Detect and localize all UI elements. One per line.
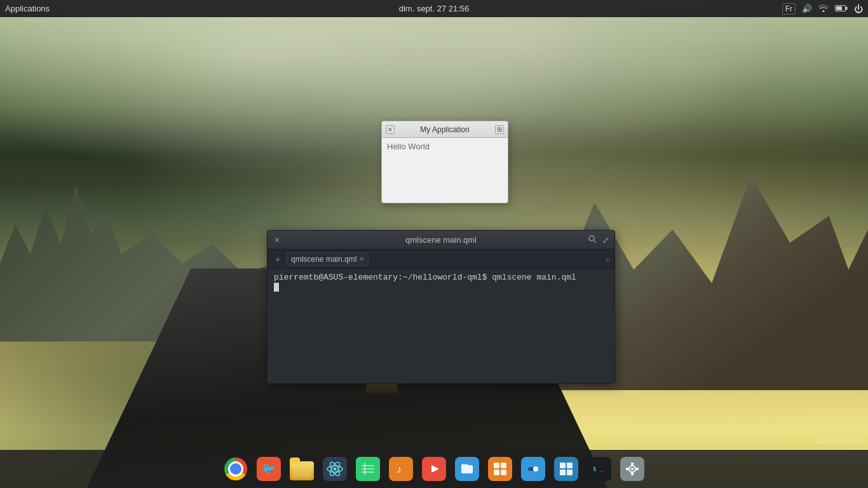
svg-rect-1 bbox=[846, 6, 848, 10]
watermark-text: WallpaperFinder bbox=[817, 438, 863, 445]
files-icon bbox=[290, 458, 314, 480]
dock-item-terminal[interactable]: $ _ bbox=[584, 454, 614, 484]
desktop: Applications dim. sept. 27 21:56 Fr 🔊 bbox=[0, 0, 868, 488]
dock-item-chrome[interactable] bbox=[220, 454, 251, 484]
app-window-content: Hello World bbox=[382, 138, 508, 155]
settings-icon bbox=[620, 457, 644, 481]
svg-rect-31 bbox=[567, 463, 573, 468]
terminal-fullscreen-icon[interactable]: ⤢ bbox=[602, 235, 609, 245]
atom-icon bbox=[323, 457, 347, 481]
svg-point-38 bbox=[631, 468, 634, 470]
app-close-button[interactable]: ✕ bbox=[386, 125, 395, 134]
terminal-title: qmlscene main.qml bbox=[405, 235, 477, 245]
svg-rect-32 bbox=[560, 470, 566, 475]
terminal-add-tab-button[interactable]: + bbox=[271, 253, 284, 266]
svg-rect-29 bbox=[557, 460, 575, 478]
dock-item-spreadsheet[interactable] bbox=[353, 454, 383, 484]
datetime-display: dim. sept. 27 21:56 bbox=[399, 4, 470, 13]
svg-rect-40 bbox=[631, 473, 634, 475]
terminal-tab-label: qmlscene main.qml bbox=[291, 255, 356, 264]
chrome-icon bbox=[224, 458, 247, 480]
terminal-titlebar: ✕ qmlscene main.qml ⤢ bbox=[268, 231, 614, 250]
app-maximize-button[interactable]: ⊞ bbox=[495, 125, 504, 134]
terminal-title-icons: ⤢ bbox=[588, 234, 609, 245]
svg-rect-30 bbox=[560, 463, 566, 468]
topbar-right: Fr 🔊 ⏻ bbox=[782, 3, 863, 15]
svg-rect-22 bbox=[494, 463, 499, 468]
multitasking-icon bbox=[554, 457, 578, 481]
app-window: ✕ My Application ⊞ Hello World bbox=[381, 121, 508, 203]
terminal-search-icon[interactable] bbox=[588, 234, 597, 245]
music-icon: ♪ bbox=[389, 457, 413, 481]
power-icon[interactable]: ⏻ bbox=[854, 4, 863, 14]
dock-item-music[interactable]: ♪ bbox=[386, 454, 416, 484]
dock-item-files[interactable] bbox=[287, 454, 317, 484]
terminal-dock-icon: $ _ bbox=[587, 457, 611, 481]
svg-line-4 bbox=[594, 241, 597, 243]
svg-rect-20 bbox=[461, 464, 468, 466]
svg-point-3 bbox=[589, 236, 594, 241]
topbar-center: dim. sept. 27 21:56 bbox=[399, 4, 470, 13]
appcenter-icon bbox=[488, 457, 512, 481]
svg-rect-25 bbox=[501, 470, 506, 475]
switchboard-icon bbox=[521, 457, 545, 481]
svg-point-8 bbox=[334, 468, 337, 471]
app-window-title: My Application bbox=[420, 125, 469, 134]
dock-item-appcenter[interactable] bbox=[485, 454, 515, 484]
battery-icon[interactable] bbox=[835, 4, 848, 14]
svg-rect-41 bbox=[626, 468, 628, 470]
terminal-tab[interactable]: qmlscene main.qml ✕ bbox=[287, 252, 369, 266]
topbar: Applications dim. sept. 27 21:56 Fr 🔊 bbox=[0, 0, 868, 17]
watermark: WallpaperFinder bbox=[817, 438, 863, 445]
dock: 🐦 bbox=[0, 450, 868, 488]
dock-item-multitasking[interactable] bbox=[551, 454, 581, 484]
svg-rect-23 bbox=[501, 463, 506, 468]
midori-icon: 🐦 bbox=[257, 457, 281, 481]
svg-rect-2 bbox=[836, 6, 842, 10]
svg-point-28 bbox=[533, 466, 538, 471]
svg-rect-33 bbox=[567, 470, 573, 475]
svg-rect-39 bbox=[631, 463, 634, 465]
dock-item-atom[interactable] bbox=[320, 454, 350, 484]
terminal-history-button[interactable]: ⌕ bbox=[606, 254, 611, 264]
dock-item-switchboard[interactable] bbox=[518, 454, 548, 484]
terminal-cursor-line bbox=[274, 282, 608, 292]
app-window-titlebar: ✕ My Application ⊞ bbox=[382, 121, 508, 138]
terminal-window: ✕ qmlscene main.qml ⤢ + qmlscene main.qm… bbox=[267, 230, 615, 384]
wifi-icon[interactable] bbox=[818, 3, 829, 14]
terminal-tab-close-button[interactable]: ✕ bbox=[359, 255, 364, 262]
svg-text:♪: ♪ bbox=[397, 464, 402, 475]
terminal-content[interactable]: pierremtb@ASUS-elementary:~/helloworld-q… bbox=[268, 269, 614, 383]
sound-icon[interactable]: 🔊 bbox=[802, 4, 812, 13]
terminal-command-line: pierremtb@ASUS-elementary:~/helloworld-q… bbox=[274, 273, 608, 282]
hello-world-text: Hello World bbox=[387, 142, 430, 151]
dock-item-settings[interactable] bbox=[617, 454, 648, 484]
svg-rect-21 bbox=[491, 460, 509, 478]
svg-rect-24 bbox=[494, 470, 499, 475]
dock-item-files2[interactable] bbox=[452, 454, 482, 484]
dock-item-midori[interactable]: 🐦 bbox=[254, 454, 284, 484]
svg-rect-42 bbox=[636, 468, 639, 470]
applications-menu[interactable]: Applications bbox=[5, 4, 50, 13]
terminal-cursor bbox=[274, 283, 279, 292]
terminal-close-button[interactable]: ✕ bbox=[273, 236, 281, 245]
video-icon bbox=[422, 457, 446, 481]
files2-icon bbox=[455, 457, 479, 481]
dock-item-video[interactable] bbox=[419, 454, 449, 484]
spreadsheet-icon bbox=[356, 457, 380, 481]
topbar-left: Applications bbox=[5, 4, 50, 13]
svg-text:$ _: $ _ bbox=[593, 466, 604, 472]
language-indicator[interactable]: Fr bbox=[782, 3, 796, 15]
terminal-tabbar: + qmlscene main.qml ✕ ⌕ bbox=[268, 250, 614, 269]
